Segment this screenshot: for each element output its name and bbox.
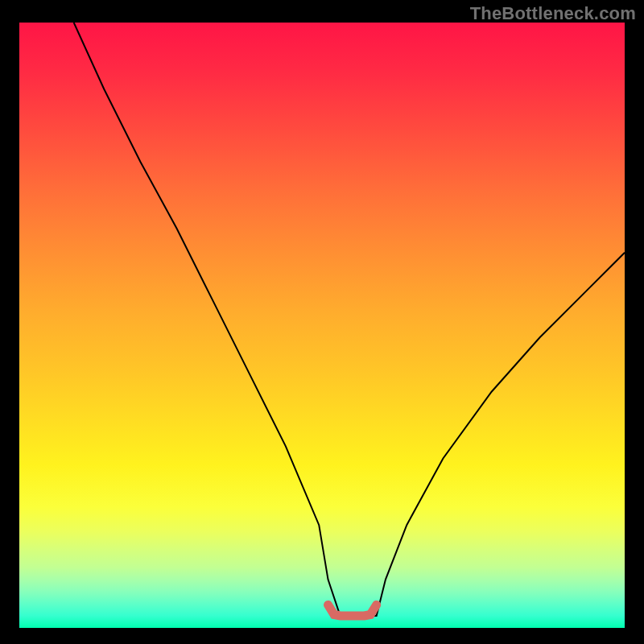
bottom-marker-curve (328, 605, 377, 616)
watermark-text: TheBottleneck.com (470, 3, 636, 24)
chart-frame: TheBottleneck.com (0, 0, 644, 644)
curve-layer (19, 23, 625, 628)
bottleneck-curve (74, 23, 625, 616)
plot-area (19, 23, 625, 628)
